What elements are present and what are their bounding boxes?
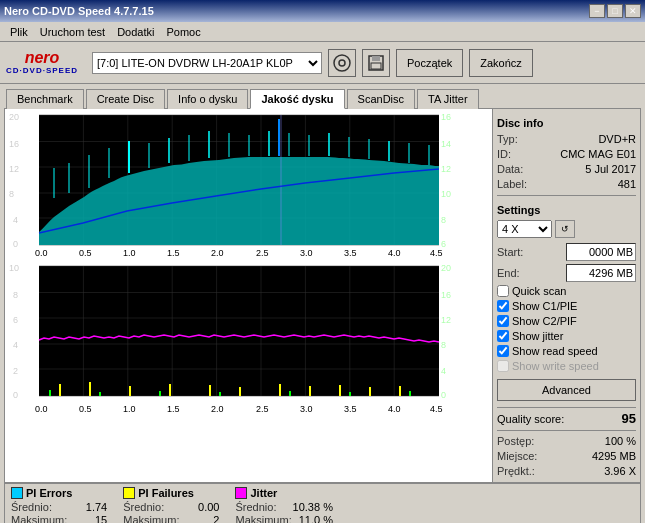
disc-type-row: Typ: DVD+R [497,133,636,145]
window-controls: − □ ✕ [589,4,641,18]
pif-avg-row: Średnio: 0.00 [123,501,219,513]
svg-rect-88 [369,387,371,396]
end-button[interactable]: Zakończ [469,49,533,77]
quick-scan-checkbox[interactable] [497,285,509,297]
show-read-checkbox[interactable] [497,345,509,357]
disc-info-title: Disc info [497,117,636,129]
svg-text:12: 12 [441,315,451,325]
svg-text:6: 6 [13,315,18,325]
svg-rect-96 [409,391,411,396]
svg-rect-90 [49,390,51,396]
svg-rect-87 [339,385,341,396]
start-button[interactable]: Początek [396,49,463,77]
jitter-max-label: Maksimum: [235,514,291,523]
predkt-row: Prędkt.: 3.96 X [497,465,636,477]
disc-label-row: Label: 481 [497,178,636,190]
svg-text:0.0: 0.0 [35,404,48,414]
svg-text:16: 16 [441,113,451,122]
drive-info-button[interactable] [328,49,356,77]
svg-text:8: 8 [441,215,446,225]
disc-id-value: CMC MAG E01 [560,148,636,160]
show-c2pif-row: Show C2/PIF [497,315,636,327]
tab-create-disc[interactable]: Create Disc [86,89,165,109]
tab-benchmark[interactable]: Benchmark [6,89,84,109]
title-bar: Nero CD-DVD Speed 4.7.7.15 − □ ✕ [0,0,645,22]
drive-select[interactable]: [7:0] LITE-ON DVDRW LH-20A1P KL0P [92,52,322,74]
charts-area: 20 16 12 8 4 0 16 14 12 10 8 6 0.0 0.5 1… [5,109,492,482]
pi-avg-value: 1.74 [67,501,107,513]
menu-plik[interactable]: Plik [4,25,34,39]
jitter-max-row: Maksimum: 11.0 % [235,514,332,523]
save-button[interactable] [362,49,390,77]
svg-text:20: 20 [9,113,19,122]
show-read-label: Show read speed [512,345,598,357]
show-write-checkbox[interactable] [497,360,509,372]
jitter-avg-row: Średnio: 10.38 % [235,501,332,513]
show-c2pif-checkbox[interactable] [497,315,509,327]
show-read-row: Show read speed [497,345,636,357]
disc-id-label: ID: [497,148,511,160]
speed-select[interactable]: 4 X [497,220,552,238]
show-jitter-row: Show jitter [497,330,636,342]
pif-avg-label: Średnio: [123,501,164,513]
svg-text:2.5: 2.5 [256,404,269,414]
pi-failures-group: PI Failures Średnio: 0.00 Maksimum: 2 Ca… [123,487,219,523]
show-write-row: Show write speed [497,360,636,372]
pi-errors-header: PI Errors [11,487,107,499]
show-jitter-checkbox[interactable] [497,330,509,342]
svg-point-0 [334,55,350,71]
tab-quality[interactable]: Jakość dysku [250,89,344,109]
svg-text:12: 12 [9,164,19,174]
refresh-button[interactable]: ↺ [555,220,575,238]
close-button[interactable]: ✕ [625,4,641,18]
quality-label: Quality score: [497,413,564,425]
svg-text:4: 4 [13,215,18,225]
menu-dodatki[interactable]: Dodatki [111,25,160,39]
tab-ta-jitter[interactable]: TA Jitter [417,89,479,109]
menu-uruchom[interactable]: Uruchom test [34,25,111,39]
pi-avg-row: Średnio: 1.74 [11,501,107,513]
disc-type-value: DVD+R [598,133,636,145]
toolbar: nero CD·DVD·SPEED [7:0] LITE-ON DVDRW LH… [0,42,645,84]
svg-text:8: 8 [13,290,18,300]
svg-text:4.0: 4.0 [388,248,401,258]
start-label: Start: [497,246,523,258]
svg-text:16: 16 [441,290,451,300]
svg-text:2.0: 2.0 [211,404,224,414]
svg-text:0.0: 0.0 [35,248,48,258]
svg-text:14: 14 [441,139,451,149]
svg-text:4.0: 4.0 [388,404,401,414]
svg-rect-95 [349,392,351,396]
svg-text:16: 16 [9,139,19,149]
postep-value: 100 % [605,435,636,447]
advanced-button[interactable]: Advanced [497,379,636,401]
tab-info[interactable]: Info o dysku [167,89,248,109]
quick-scan-label: Quick scan [512,285,566,297]
svg-text:2.0: 2.0 [211,248,224,258]
window-title: Nero CD-DVD Speed 4.7.7.15 [4,5,154,17]
svg-rect-3 [372,56,380,61]
svg-text:4.5: 4.5 [430,404,443,414]
tab-scandisc[interactable]: ScanDisc [347,89,415,109]
minimize-button[interactable]: − [589,4,605,18]
svg-text:4.5: 4.5 [430,248,443,258]
settings-title: Settings [497,204,636,216]
pif-max-value: 2 [179,514,219,523]
end-input[interactable] [566,264,636,282]
show-c1pie-checkbox[interactable] [497,300,509,312]
bottom-stats: PI Errors Średnio: 1.74 Maksimum: 15 Cał… [4,483,641,523]
maximize-button[interactable]: □ [607,4,623,18]
start-input[interactable] [566,243,636,261]
pi-max-row: Maksimum: 15 [11,514,107,523]
svg-text:8: 8 [9,189,14,199]
menu-pomoc[interactable]: Pomoc [160,25,206,39]
svg-rect-85 [279,384,281,396]
predkt-value: 3.96 X [604,465,636,477]
svg-rect-64 [39,266,439,396]
disc-data-label: Data: [497,163,523,175]
svg-text:1.5: 1.5 [167,248,180,258]
svg-rect-84 [239,387,241,396]
svg-text:4: 4 [441,366,446,376]
svg-rect-94 [289,391,291,396]
svg-rect-89 [399,386,401,396]
